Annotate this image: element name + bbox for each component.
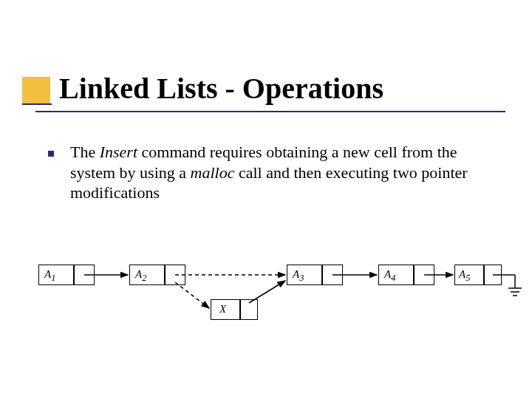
slide-title: Linked Lists - Operations: [59, 71, 383, 106]
node-a3-label: A3: [293, 268, 304, 284]
node-x-next: [240, 299, 258, 320]
node-a1-label: A1: [44, 268, 55, 284]
a5-sub: 5: [466, 273, 470, 283]
node-a2-label: A2: [135, 268, 146, 284]
node-a5-label: A5: [459, 268, 470, 284]
body-text: The Insert command requires obtaining a …: [70, 142, 491, 203]
a3-sub: 3: [299, 273, 304, 283]
node-a3-next: [322, 265, 343, 285]
body-pre: The: [70, 143, 100, 161]
a1-sub: 1: [51, 273, 55, 283]
node-a2-next: [165, 265, 185, 285]
bullet-square-icon: [48, 151, 54, 157]
node-a4-next: [414, 265, 434, 285]
node-a4-label: A4: [384, 268, 395, 284]
title-underline: [35, 111, 505, 112]
node-a1-next: [74, 265, 95, 285]
title-accent-square: [22, 77, 50, 105]
a3-letter: A: [293, 268, 299, 280]
node-x-label: X: [219, 303, 226, 316]
a2-letter: A: [135, 268, 142, 280]
a4-sub: 4: [391, 273, 395, 283]
svg-line-4: [175, 282, 209, 308]
a4-letter: A: [384, 268, 391, 280]
insert-word: Insert: [100, 143, 137, 161]
a2-sub: 2: [142, 273, 146, 283]
title-rule-segment: [22, 103, 52, 105]
x-letter: X: [219, 303, 226, 315]
node-a5-next: [484, 265, 502, 285]
a1-letter: A: [44, 268, 51, 280]
a5-letter: A: [459, 268, 466, 280]
malloc-word: malloc: [191, 163, 235, 182]
